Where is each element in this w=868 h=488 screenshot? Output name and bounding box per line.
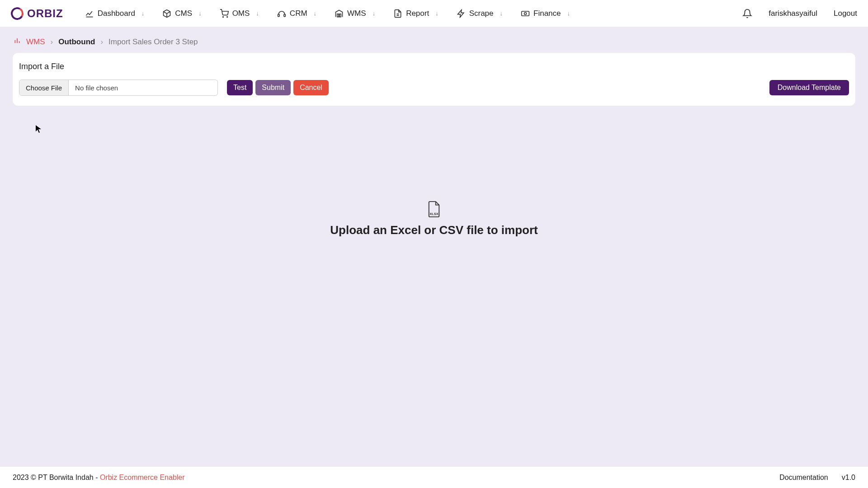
chevron-down-icon: ↓ (435, 10, 439, 17)
nav-label: OMS (232, 9, 250, 18)
file-status-text: No file chosen (69, 84, 124, 92)
nav-dashboard[interactable]: Dashboard ↓ (85, 9, 145, 18)
documentation-link[interactable]: Documentation (779, 474, 828, 482)
svg-rect-6 (522, 11, 529, 16)
nav-label: Dashboard (98, 9, 135, 18)
mouse-cursor-icon (35, 125, 42, 134)
username[interactable]: fariskhasyaiful (769, 9, 817, 18)
bars-icon (14, 37, 21, 47)
svg-point-7 (524, 12, 527, 14)
import-card: Import a File Choose File No file chosen… (13, 53, 855, 106)
chevron-down-icon: ↓ (142, 10, 145, 17)
footer-copyright: 2023 © PT Borwita Indah - (13, 474, 100, 481)
submit-button[interactable]: Submit (255, 80, 291, 95)
nav-crm[interactable]: CRM ↓ (277, 9, 316, 18)
chart-line-icon (85, 9, 94, 18)
cube-icon (162, 9, 171, 18)
upload-prompt-text: Upload an Excel or CSV file to import (330, 223, 538, 237)
chevron-down-icon: ↓ (256, 10, 259, 17)
money-icon (521, 9, 530, 18)
upload-empty-state: XLSX Upload an Excel or CSV file to impo… (0, 201, 868, 237)
nav-label: Report (406, 9, 429, 18)
chevron-down-icon: ↓ (500, 10, 503, 17)
svg-text:XLSX: XLSX (429, 212, 439, 216)
button-group: Test Submit Cancel (227, 80, 329, 95)
nav-cms[interactable]: CMS ↓ (162, 9, 201, 18)
headset-icon (277, 9, 286, 18)
warehouse-icon (335, 9, 344, 18)
footer-brand-link[interactable]: Orbiz Ecommerce Enabler (100, 474, 185, 481)
version-text: v1.0 (842, 474, 855, 482)
svg-point-1 (226, 16, 227, 17)
header-right: fariskhasyaiful Logout (742, 9, 857, 19)
nav-label: CMS (175, 9, 192, 18)
document-icon (393, 9, 402, 18)
orbiz-logo-icon (9, 5, 25, 21)
svg-point-0 (222, 16, 223, 17)
nav-label: CRM (290, 9, 307, 18)
logout-link[interactable]: Logout (834, 9, 857, 18)
footer: 2023 © PT Borwita Indah - Orbiz Ecommerc… (0, 466, 868, 488)
nav-finance[interactable]: Finance ↓ (521, 9, 570, 18)
file-input[interactable]: Choose File No file chosen (19, 80, 218, 96)
brand-name: ORBIZ (27, 7, 63, 20)
nav-label: WMS (347, 9, 366, 18)
svg-rect-3 (284, 14, 285, 16)
cart-icon (220, 9, 229, 18)
top-header: ORBIZ Dashboard ↓ CMS ↓ OMS ↓ (0, 0, 868, 27)
nav-report[interactable]: Report ↓ (393, 9, 439, 18)
breadcrumb-outbound[interactable]: Outbound (58, 38, 95, 47)
chevron-down-icon: ↓ (567, 10, 571, 17)
nav-label: Scrape (469, 9, 494, 18)
download-template-button[interactable]: Download Template (769, 80, 849, 95)
brand-logo[interactable]: ORBIZ (11, 7, 63, 20)
action-row: Choose File No file chosen Test Submit C… (19, 80, 849, 96)
breadcrumb-sep: › (100, 38, 103, 47)
xlsx-file-icon: XLSX (427, 201, 441, 217)
chevron-down-icon: ↓ (198, 10, 202, 17)
breadcrumb-sep: › (51, 38, 53, 47)
svg-rect-4 (337, 14, 339, 17)
nav-label: Finance (533, 9, 561, 18)
bell-icon[interactable] (742, 9, 752, 19)
cancel-button[interactable]: Cancel (293, 80, 329, 95)
breadcrumb-current: Import Sales Order 3 Step (108, 38, 198, 47)
breadcrumb-wms[interactable]: WMS (26, 38, 45, 47)
card-title: Import a File (19, 62, 849, 71)
nav-wms[interactable]: WMS ↓ (335, 9, 375, 18)
bolt-icon (457, 9, 466, 18)
footer-left: 2023 © PT Borwita Indah - Orbiz Ecommerc… (13, 474, 779, 482)
chevron-down-icon: ↓ (373, 10, 376, 17)
main-nav: Dashboard ↓ CMS ↓ OMS ↓ CRM ↓ (85, 9, 743, 18)
svg-rect-2 (278, 14, 279, 16)
breadcrumb: WMS › Outbound › Import Sales Order 3 St… (0, 27, 868, 53)
choose-file-button[interactable]: Choose File (19, 80, 69, 95)
test-button[interactable]: Test (227, 80, 253, 95)
chevron-down-icon: ↓ (314, 10, 317, 17)
svg-rect-5 (340, 14, 341, 17)
nav-oms[interactable]: OMS ↓ (220, 9, 259, 18)
nav-scrape[interactable]: Scrape ↓ (457, 9, 503, 18)
